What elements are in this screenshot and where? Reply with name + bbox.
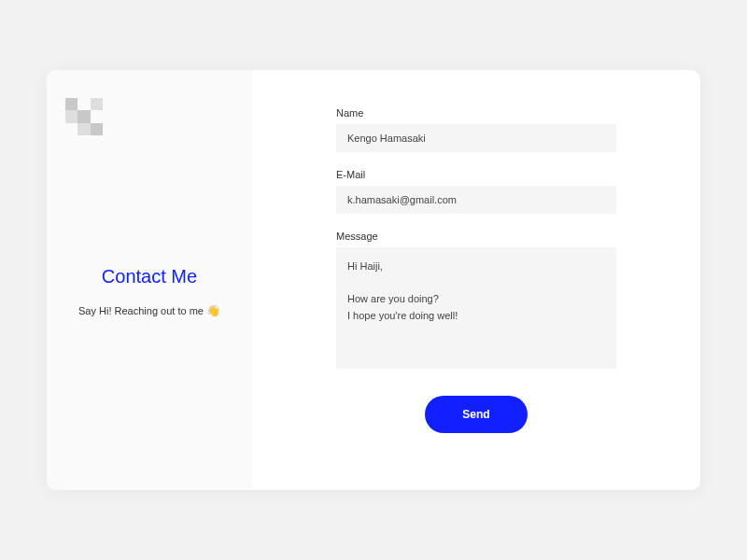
message-field-group: Message <box>336 231 616 372</box>
wave-icon: 👋 <box>206 304 220 317</box>
name-field-group: Name <box>336 107 616 152</box>
page-title: Contact Me <box>65 266 233 287</box>
contact-card: Contact Me Say Hi! Reaching out to me 👋 … <box>47 70 700 490</box>
brand-logo-icon <box>65 98 103 135</box>
name-label: Name <box>336 107 616 119</box>
email-label: E-Mail <box>336 169 616 180</box>
message-textarea[interactable] <box>336 247 616 369</box>
name-input[interactable] <box>336 124 616 152</box>
subtitle-text: Say Hi! Reaching out to me <box>78 305 206 316</box>
form-panel: Name E-Mail Message Send <box>252 70 700 490</box>
sidebar: Contact Me Say Hi! Reaching out to me 👋 <box>47 70 252 490</box>
send-button[interactable]: Send <box>425 396 527 433</box>
message-label: Message <box>336 231 616 242</box>
email-field-group: E-Mail <box>336 169 616 214</box>
page-subtitle: Say Hi! Reaching out to me 👋 <box>65 304 233 317</box>
sidebar-content: Contact Me Say Hi! Reaching out to me 👋 <box>65 266 233 317</box>
email-input[interactable] <box>336 186 616 214</box>
